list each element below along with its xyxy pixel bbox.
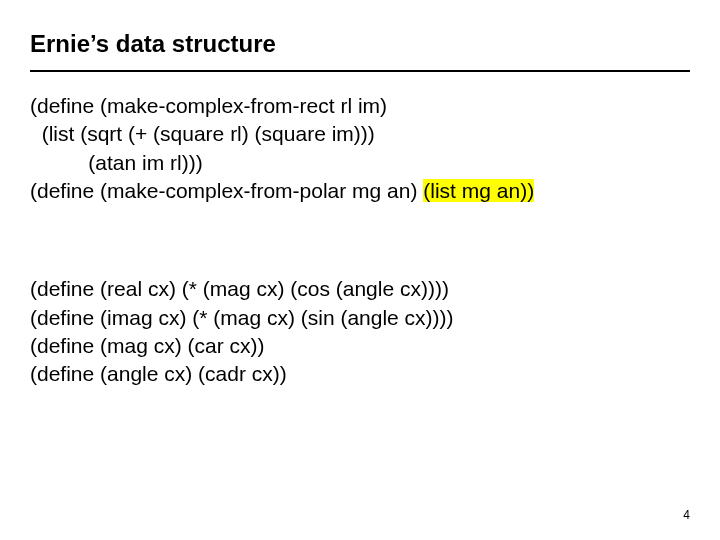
code-line: (define (angle cx) (cadr cx)) bbox=[30, 362, 287, 385]
code-line: (define (make-complex-from-rect rl im) bbox=[30, 94, 387, 117]
code-line: (define (real cx) (* (mag cx) (cos (angl… bbox=[30, 277, 449, 300]
slide: Ernie’s data structure (define (make-com… bbox=[0, 0, 720, 540]
page-number: 4 bbox=[683, 508, 690, 522]
code-block-2: (define (real cx) (* (mag cx) (cos (angl… bbox=[30, 275, 690, 388]
title-rule bbox=[30, 70, 690, 72]
code-line: (list (sqrt (+ (square rl) (square im))) bbox=[30, 122, 375, 145]
slide-title: Ernie’s data structure bbox=[30, 30, 690, 58]
code-line: (define (mag cx) (car cx)) bbox=[30, 334, 265, 357]
code-block-1: (define (make-complex-from-rect rl im) (… bbox=[30, 92, 690, 205]
code-highlight: (list mg an)) bbox=[423, 179, 534, 202]
code-line: (define (make-complex-from-polar mg an) bbox=[30, 179, 423, 202]
code-line: (define (imag cx) (* (mag cx) (sin (angl… bbox=[30, 306, 454, 329]
spacer bbox=[30, 205, 690, 275]
code-line: (atan im rl))) bbox=[30, 151, 203, 174]
